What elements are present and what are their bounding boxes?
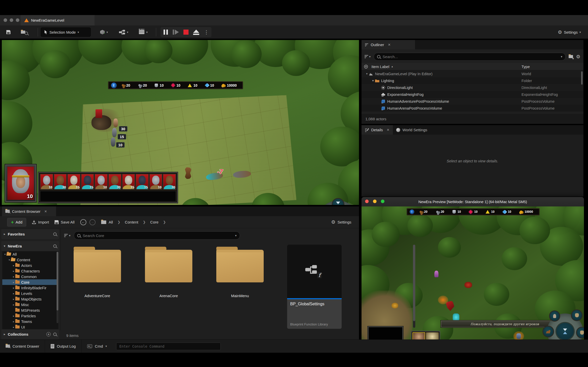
selection-mode-dropdown[interactable]: Selection Mode ▾ xyxy=(41,28,91,37)
column-type[interactable]: Type xyxy=(522,64,530,69)
tree-item-infinitybladefir[interactable]: ▸InfinityBladeFir xyxy=(2,285,58,291)
expander-right-icon[interactable]: ▸ xyxy=(12,314,15,317)
outliner-filter-button[interactable]: ▾ xyxy=(365,55,371,58)
unit-slot-peasant[interactable]: 10 xyxy=(95,174,108,190)
outliner-row[interactable]: ▾LightingFolder xyxy=(362,77,583,84)
minimize-window-button[interactable] xyxy=(10,18,13,22)
settings-button[interactable]: ⚙ Settings ▾ xyxy=(558,28,581,37)
tree-item-actors[interactable]: ▸Actors xyxy=(2,263,58,268)
add-button[interactable]: + Add xyxy=(7,218,26,227)
tab-outliner[interactable]: Outliner ✕ xyxy=(362,40,415,49)
pause-button[interactable] xyxy=(162,28,169,36)
game-viewport[interactable]: -7 301510 20201010101010000 10 103015151… xyxy=(2,40,359,205)
tab-content-browser[interactable]: Content Browser ✕ xyxy=(2,206,56,216)
back-button[interactable]: ← xyxy=(80,219,86,225)
close-icon[interactable]: ✕ xyxy=(44,209,47,213)
save-level-button[interactable] xyxy=(6,28,10,37)
peasant-unit[interactable] xyxy=(113,119,118,127)
breadcrumb-all[interactable]: All xyxy=(109,220,113,224)
import-button[interactable]: Import xyxy=(32,220,49,224)
stop-button[interactable] xyxy=(182,28,190,36)
tab-details[interactable]: Details ✕ xyxy=(362,125,393,135)
expander-right-icon[interactable]: ▸ xyxy=(12,292,15,295)
asset-folder-mainmenu[interactable]: MainMenu xyxy=(215,250,265,298)
level-tab[interactable]: NewEraGameLevel xyxy=(21,15,95,25)
project-section[interactable]: ▾ NewEra xyxy=(1,241,59,251)
close-icon[interactable]: ✕ xyxy=(387,128,390,132)
tree-scrollbar[interactable] xyxy=(57,252,58,323)
play-options-button[interactable]: ⋮ xyxy=(203,28,210,36)
cmd-dropdown[interactable]: >_ Cmd ▾ xyxy=(82,340,112,353)
expander-right-icon[interactable]: ▸ xyxy=(12,320,15,323)
assets-scrollbar[interactable] xyxy=(413,245,415,328)
tree-item-towns[interactable]: ▸Towns xyxy=(2,319,58,324)
tree-item-mspresets[interactable]: MSPresets xyxy=(2,307,58,313)
bag-button[interactable] xyxy=(576,327,584,338)
unit-slot-hood[interactable]: 30 xyxy=(163,174,176,190)
console-command-input[interactable]: Enter Console Command xyxy=(116,343,221,350)
tree-item-content[interactable]: ▾Content xyxy=(2,257,58,263)
expander-down-icon[interactable]: ▾ xyxy=(3,253,7,256)
frame-skip-button[interactable] xyxy=(172,28,180,36)
asset-search-input[interactable]: Search Core ▾ xyxy=(74,231,240,240)
breadcrumb-core[interactable]: Core xyxy=(150,220,159,224)
tree-item-mapobjects[interactable]: ▸MapObjects xyxy=(2,296,58,302)
outliner-row[interactable]: ▾NewEraGameLevel (Play In Editor)World xyxy=(362,70,583,77)
eye-visibility-icon[interactable] xyxy=(364,65,368,69)
column-item-label[interactable]: Item Label xyxy=(371,64,389,69)
outliner-row[interactable]: HumanAdventurePostProcessVolumePostProce… xyxy=(362,98,583,105)
favorites-section[interactable]: ▸ Favorites xyxy=(1,229,59,239)
zoom-window-button[interactable] xyxy=(16,18,19,22)
close-icon[interactable]: ✕ xyxy=(388,43,391,47)
output-log-button[interactable]: Output Log xyxy=(45,340,82,353)
asset-folder-adventurecore[interactable]: AdventureCore xyxy=(72,250,123,298)
outliner-row[interactable]: HumanArenaPostProcessVolumePostProcessVo… xyxy=(362,105,583,112)
add-actor-button[interactable]: + ▾ xyxy=(100,28,108,37)
expander-down-icon[interactable]: ▾ xyxy=(8,258,11,261)
outliner-scrollbar[interactable] xyxy=(581,71,583,85)
hourglass-center-button[interactable] xyxy=(555,322,575,341)
add-collection-icon[interactable]: + xyxy=(46,332,51,336)
soldier-unit[interactable] xyxy=(112,128,117,137)
tree-item-misc[interactable]: ▸Misc xyxy=(2,302,58,307)
unit-slot-soldier[interactable]: 15 xyxy=(122,174,135,190)
expander-right-icon[interactable]: ▸ xyxy=(12,264,15,267)
tree-item-levels[interactable]: ▸Levels xyxy=(2,291,58,296)
expander-down-icon[interactable]: ▾ xyxy=(365,72,369,75)
cinematics-button[interactable]: ▾ xyxy=(139,28,148,37)
asset-filter-button[interactable]: ▾ xyxy=(64,234,71,237)
save-all-button[interactable]: Save All xyxy=(55,220,74,224)
tree-item-characters[interactable]: ▸Characters xyxy=(2,268,58,274)
close-window-button[interactable] xyxy=(4,18,7,22)
tree-item-common[interactable]: ▸Common xyxy=(2,274,58,279)
search-icon[interactable] xyxy=(53,333,57,336)
source-control-button[interactable] xyxy=(21,28,28,37)
unit-slot-hood[interactable]: 30 xyxy=(108,174,122,190)
tab-world-settings[interactable]: World Settings xyxy=(393,125,431,135)
preview-window[interactable]: NewEra Preview [NetMode: Standalone 1] (… xyxy=(362,197,584,351)
traffic-lights[interactable] xyxy=(4,18,19,23)
preview-titlebar[interactable]: NewEra Preview [NetMode: Standalone 1] (… xyxy=(362,197,584,206)
eject-button[interactable] xyxy=(192,28,200,36)
tree-item-ui[interactable]: ▸UI xyxy=(2,324,58,330)
unit-slot-soldier[interactable]: 15 xyxy=(67,174,81,190)
tree-item-all[interactable]: ▾All xyxy=(2,251,58,257)
unit-slot-archer[interactable]: 15 xyxy=(81,174,94,190)
horse-button[interactable] xyxy=(542,326,554,337)
unit-slot-hood[interactable]: 30 xyxy=(54,174,67,190)
blueprints-button[interactable]: ▾ xyxy=(119,28,128,37)
unit-slot-peasant[interactable]: 10 xyxy=(149,174,163,190)
search-icon[interactable] xyxy=(53,244,57,248)
forward-button[interactable]: → xyxy=(89,219,96,225)
outliner-search-input[interactable]: Search... ▾ xyxy=(374,53,566,61)
helmet-button[interactable] xyxy=(571,309,583,321)
unit-slot-peasant[interactable]: 10 xyxy=(40,174,53,190)
player-flag-icon[interactable] xyxy=(111,82,117,89)
add-folder-button[interactable]: + xyxy=(569,55,573,59)
content-drawer-button[interactable]: Content Drawer xyxy=(0,340,45,353)
expander-right-icon[interactable]: ▸ xyxy=(12,281,15,284)
expander-right-icon[interactable]: ▸ xyxy=(12,326,15,329)
expander-right-icon[interactable]: ▸ xyxy=(12,286,15,289)
asset-bp-globalsettings[interactable]: f BP_GlobalSettings Blueprint Function L… xyxy=(287,245,342,329)
expander-right-icon[interactable]: ▸ xyxy=(12,298,15,300)
